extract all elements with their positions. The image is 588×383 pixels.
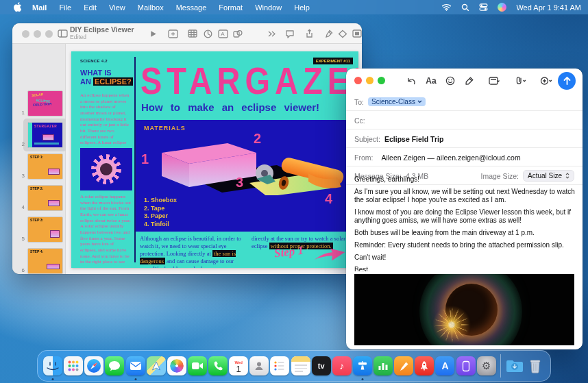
materials-box: MATERIALS [136,120,358,232]
menu-message[interactable]: Message [176,3,207,12]
dock-phone[interactable] [208,351,228,380]
slide-thumbnail-4[interactable]: STEP 2: [27,185,63,211]
shapes-button[interactable] [232,27,244,40]
format-brush-icon[interactable] [322,27,334,40]
subject-field[interactable]: Subject: Eclipse Field Trip [346,130,583,148]
slide-number: 1 [18,110,25,116]
dock-tv[interactable]: tv [312,351,331,380]
eclipse-photo-attachment[interactable] [354,274,574,345]
current-slide[interactable]: SCIENCE 4.2 EXPERIMENT #11 WHAT IS AN EC… [71,51,358,268]
menu-bar-clock[interactable]: Wed Apr 1 9:41 AM [516,3,581,12]
apple-menu-icon[interactable] [12,2,21,12]
dock-facetime[interactable] [188,351,207,380]
from-field[interactable]: From: Aileen Zeigen — aileen.zeigen@iclo… [346,149,583,166]
dock-messages[interactable] [105,351,124,380]
to-field[interactable]: To: Science-Class [346,93,583,111]
comment-button[interactable] [284,27,296,40]
dock-safari[interactable] [84,351,103,380]
slide-thumbnail-2[interactable]: STARGAZER [27,122,63,148]
mail-icon [130,361,142,371]
attach-file-button[interactable] [509,75,531,87]
keynote-window[interactable]: DIY Eclipse Viewer Edited A 1 SOLAR ECLI… [12,23,362,274]
dock-music[interactable]: ♪ [332,351,352,380]
menu-window[interactable]: Window [255,3,282,12]
menu-help[interactable]: Help [294,3,310,12]
chart-button[interactable] [201,27,214,40]
menu-edit[interactable]: Edit [84,3,97,12]
menu-view[interactable]: View [109,3,125,12]
dock-rocket[interactable] [415,351,434,380]
zoom-button[interactable] [378,77,385,84]
minimize-button[interactable] [366,77,373,84]
dock-keynote[interactable] [353,351,372,380]
dock-mail[interactable] [126,351,145,380]
dock-photos[interactable] [167,351,186,380]
menu-mailbox[interactable]: Mailbox [138,3,164,12]
markup-pen-icon[interactable] [463,75,476,87]
insert-photo-button[interactable] [535,75,557,87]
dock-pages[interactable] [394,351,413,380]
text-button[interactable]: A [217,27,229,40]
recipient-token[interactable]: Science-Class [368,97,426,106]
animate-icon[interactable] [336,27,349,40]
undo-icon[interactable] [404,75,417,87]
close-button[interactable] [22,30,29,38]
send-button[interactable] [558,72,576,90]
share-button[interactable] [303,27,315,40]
dock-calendar[interactable]: Wed 1 [229,351,248,380]
more-toolbar-icon[interactable] [265,27,277,40]
dock-system-settings[interactable]: ⚙ [477,351,496,380]
from-value: Aileen Zeigen — aileen.zeigen@icloud.com [381,153,520,162]
step-1-annotation: Step 1 [273,243,304,260]
header-fields-button[interactable] [483,75,505,87]
thumb2-label: STARGAZER [34,125,57,128]
slide-thumbnail-5[interactable]: STEP 3: [27,217,63,243]
dock-notes[interactable] [291,351,310,380]
signature-line-1: Best, [354,266,575,271]
slide-number: 3 [18,173,25,179]
table-button[interactable] [186,27,199,40]
dock-app-store[interactable]: A [435,351,454,380]
dock-trash[interactable] [526,351,545,380]
minimize-button[interactable] [34,30,41,38]
dock-numbers[interactable] [373,351,393,380]
dock-iphone-mirroring[interactable] [456,351,476,380]
dock-downloads[interactable] [505,351,524,380]
slide-thumbnail-1[interactable]: SOLAR ECLIPSE FIELD TRIP! [27,90,63,116]
document-settings-icon[interactable] [351,27,362,40]
document-title: DIY Eclipse Viewer Edited [70,26,134,40]
mail-compose-window[interactable]: Aa To: Science-Class [346,69,583,349]
cc-field[interactable]: Cc: [346,112,583,129]
menu-mail[interactable]: Mail [32,3,47,12]
thumb1-line3: FIELD TRIP! [33,102,57,107]
notes-icon [291,356,310,362]
message-body[interactable]: Greetings, earthlings! As I'm sure you a… [354,175,575,271]
dock-maps[interactable] [147,351,166,380]
menu-file[interactable]: File [59,3,71,12]
slide-thumbnail-3[interactable]: STEP 1: [27,153,63,180]
dock-reminders[interactable] [270,351,289,380]
control-center-icon[interactable] [479,3,488,11]
dock-contacts[interactable] [249,351,269,380]
add-slide-button[interactable] [167,27,179,40]
spotlight-icon[interactable] [461,3,469,12]
dock-divider [500,354,501,378]
slide-number: 4 [18,204,25,210]
dock-finder[interactable] [43,351,62,380]
slide-number: 5 [18,236,25,242]
close-button[interactable] [354,77,362,84]
sidebar-toggle-icon[interactable] [56,27,69,40]
wifi-icon[interactable] [441,3,452,11]
font-format-button[interactable]: Aa [424,75,438,87]
dock-launchpad[interactable] [64,351,83,380]
menu-format[interactable]: Format [219,3,243,12]
messages-icon [108,360,121,371]
body-paragraph: As I'm sure you all know, we will be set… [354,188,575,204]
slide-thumbnail-6[interactable]: STEP 4: [27,248,63,274]
play-button[interactable] [147,27,159,40]
siri-icon[interactable] [498,3,506,12]
document-status: Edited [70,34,134,40]
zoom-button[interactable] [45,30,53,38]
emoji-button[interactable] [443,75,457,87]
gear-icon: ⚙ [482,360,491,372]
